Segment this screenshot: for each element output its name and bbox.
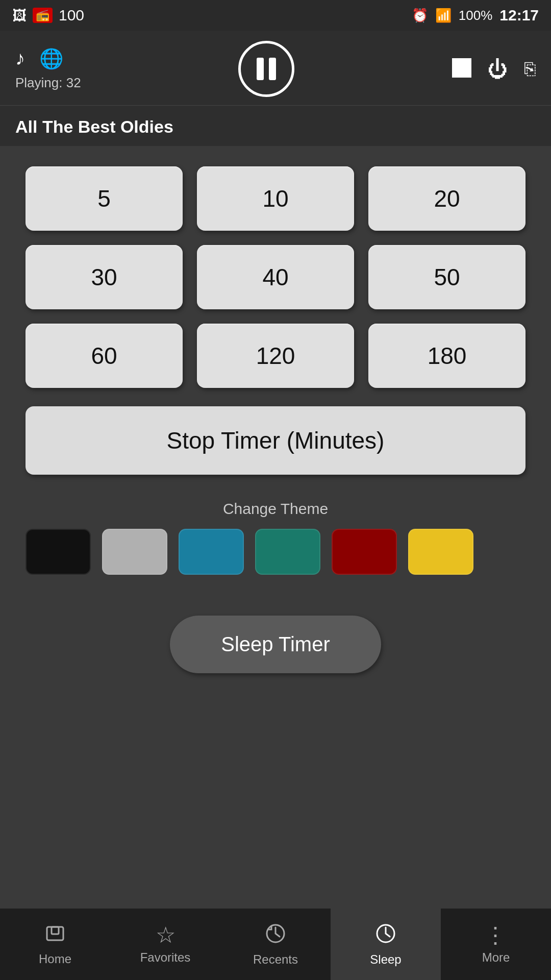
theme-swatch-yellow[interactable]	[408, 529, 473, 575]
sleep-timer-button[interactable]: Sleep Timer	[170, 616, 381, 673]
nav-favorites-label: Favorites	[140, 950, 191, 965]
nav-recents[interactable]: Recents	[220, 909, 331, 980]
station-title-bar: All The Best Oldies	[0, 105, 551, 146]
main-content: 5 10 20 30 40 50 60 120 180 Stop Timer (…	[0, 146, 551, 709]
player-left: ♪ 🌐 Playing: 32	[15, 47, 81, 91]
status-bar-right: ⏰ 📶 100% 12:17	[412, 7, 539, 24]
globe-icon: 🌐	[39, 47, 63, 70]
radio-icon: 📻	[33, 8, 53, 23]
music-note-icon: ♪	[15, 47, 25, 69]
nav-home-label: Home	[39, 952, 71, 966]
signal-text: 100	[59, 7, 84, 24]
nav-favorites[interactable]: ☆ Favorites	[110, 909, 220, 980]
wifi-icon: 📶	[435, 8, 452, 23]
station-name: All The Best Oldies	[15, 117, 173, 136]
timer-btn-180[interactable]: 180	[368, 324, 525, 388]
nav-sleep-label: Sleep	[370, 952, 401, 967]
sleep-icon	[374, 922, 397, 948]
player-right-controls: ⏻ ⎘	[452, 58, 536, 81]
timer-btn-60[interactable]: 60	[26, 324, 183, 388]
theme-swatch-gray[interactable]	[102, 529, 167, 575]
timer-btn-30[interactable]: 30	[26, 245, 183, 309]
alarm-icon: ⏰	[412, 8, 428, 23]
timer-btn-120[interactable]: 120	[197, 324, 354, 388]
photo-icon: 🖼	[12, 7, 27, 24]
player-left-icons: ♪ 🌐	[15, 47, 63, 70]
stop-icon[interactable]	[452, 58, 471, 80]
pause-icon	[257, 58, 276, 80]
share-icon[interactable]: ⎘	[524, 58, 536, 80]
timer-btn-50[interactable]: 50	[368, 245, 525, 309]
recents-icon	[264, 922, 287, 948]
nav-more[interactable]: ⋮ More	[441, 909, 551, 980]
playing-text: Playing: 32	[15, 75, 81, 91]
svg-rect-1	[52, 927, 59, 934]
stop-timer-button[interactable]: Stop Timer (Minutes)	[26, 406, 525, 475]
power-icon[interactable]: ⏻	[488, 58, 508, 81]
theme-section: Change Theme	[26, 500, 525, 575]
theme-swatch-blue[interactable]	[179, 529, 244, 575]
star-icon: ☆	[156, 924, 176, 946]
theme-color-swatches	[26, 529, 525, 575]
timer-btn-20[interactable]: 20	[368, 166, 525, 231]
home-icon	[44, 923, 66, 948]
sleep-timer-section: Sleep Timer	[26, 616, 525, 673]
player-bar: ♪ 🌐 Playing: 32 ⏻ ⎘	[0, 31, 551, 105]
status-bar: 🖼 📻 100 ⏰ 📶 100% 12:17	[0, 0, 551, 31]
nav-recents-label: Recents	[253, 952, 298, 967]
nav-sleep[interactable]: Sleep	[331, 909, 441, 980]
nav-home[interactable]: Home	[0, 909, 110, 980]
nav-more-label: More	[482, 950, 510, 965]
theme-swatch-black[interactable]	[26, 529, 91, 575]
timer-btn-5[interactable]: 5	[26, 166, 183, 231]
timer-grid: 5 10 20 30 40 50 60 120 180	[26, 166, 525, 388]
theme-label: Change Theme	[26, 500, 525, 518]
more-icon: ⋮	[484, 924, 508, 946]
status-bar-left: 🖼 📻 100	[12, 7, 84, 24]
pause-button[interactable]	[238, 41, 294, 97]
time-display: 12:17	[499, 7, 539, 24]
theme-swatch-red[interactable]	[332, 529, 397, 575]
battery-text: 100%	[459, 8, 493, 23]
theme-swatch-teal[interactable]	[255, 529, 320, 575]
timer-btn-10[interactable]: 10	[197, 166, 354, 231]
bottom-navigation: Home ☆ Favorites Recents Sleep ⋮ More	[0, 909, 551, 980]
timer-btn-40[interactable]: 40	[197, 245, 354, 309]
